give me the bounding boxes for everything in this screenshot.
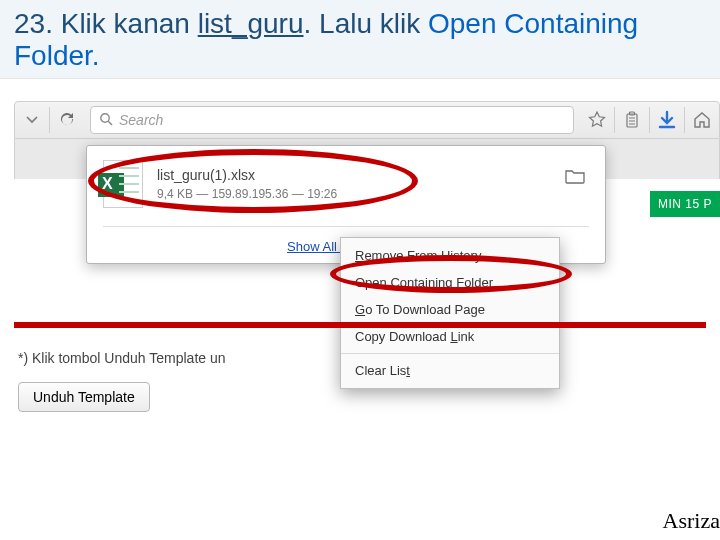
menu-go-to-download-page[interactable]: Go To Download Page	[341, 296, 559, 323]
menu-separator	[341, 353, 559, 354]
svg-line-1	[108, 121, 112, 125]
download-filename: list_guru(1).xlsx	[157, 167, 337, 183]
reload-icon[interactable]	[50, 103, 84, 137]
excel-file-icon	[103, 160, 143, 208]
menu-clear-list[interactable]: Clear List	[341, 357, 559, 384]
download-text: list_guru(1).xlsx 9,4 KB — 159.89.195.36…	[157, 167, 337, 201]
open-folder-icon[interactable]	[565, 168, 585, 188]
context-menu: Remove From History Open Containing Fold…	[340, 237, 560, 389]
search-input[interactable]: Search	[90, 106, 574, 134]
download-size: 9,4 KB	[157, 187, 193, 201]
footer-author: Asriza	[663, 508, 720, 534]
red-divider	[14, 322, 706, 328]
title-filename: list_guru	[198, 8, 304, 39]
toolbar-right	[580, 103, 719, 137]
green-badge: MIN 15 P	[650, 191, 720, 217]
menu-remove-from-history[interactable]: Remove From History	[341, 242, 559, 269]
search-icon	[99, 112, 113, 129]
download-item[interactable]: list_guru(1).xlsx 9,4 KB — 159.89.195.36…	[103, 160, 589, 208]
svg-point-0	[101, 114, 109, 122]
note-text: *) Klik tombol Unduh Template un	[18, 350, 226, 366]
menu-open-containing-folder[interactable]: Open Containing Folder	[341, 269, 559, 296]
browser-toolbar: Search	[14, 101, 720, 139]
unduh-template-button[interactable]: Unduh Template	[18, 382, 150, 412]
browser-chrome: Search list_guru(1).xlsx	[14, 101, 720, 179]
title-suffix: .	[92, 40, 100, 71]
slide-title: 23. Klik kanan list_guru. Lalu klik Open…	[0, 0, 720, 79]
title-prefix: 23. Klik kanan	[14, 8, 198, 39]
download-arrow-icon[interactable]	[650, 103, 684, 137]
download-host: 159.89.195.36	[212, 187, 289, 201]
title-middle: . Lalu klik	[304, 8, 429, 39]
home-icon[interactable]	[685, 103, 719, 137]
clipboard-icon[interactable]	[615, 103, 649, 137]
search-placeholder: Search	[119, 112, 163, 128]
download-meta: 9,4 KB — 159.89.195.36 — 19:26	[157, 187, 337, 201]
download-time: 19:26	[307, 187, 337, 201]
star-icon[interactable]	[580, 103, 614, 137]
dropdown-icon[interactable]	[15, 103, 49, 137]
